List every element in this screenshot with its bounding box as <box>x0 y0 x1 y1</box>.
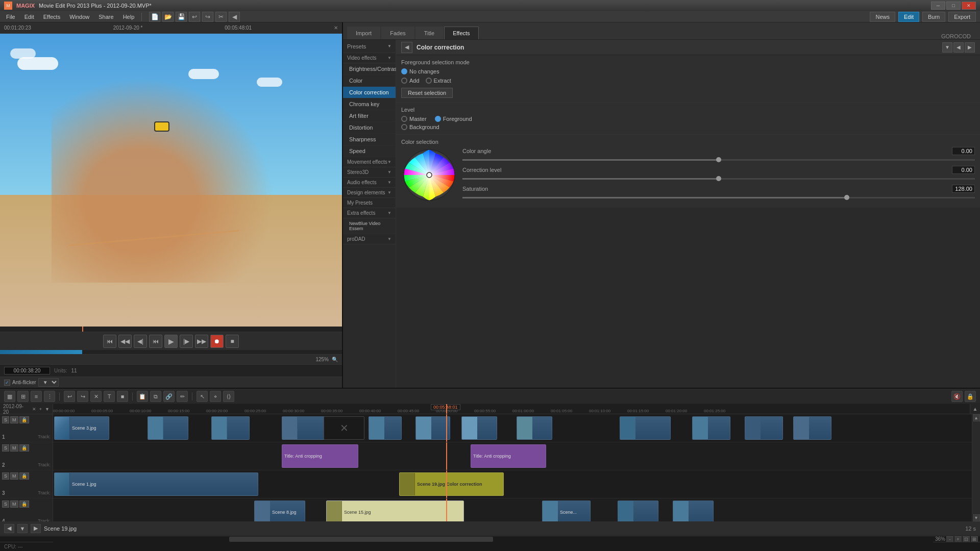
expand-btn[interactable]: ⊞ <box>971 536 978 542</box>
clip-track1-9[interactable] <box>517 416 552 440</box>
correction-level-slider[interactable] <box>462 178 975 180</box>
effect-speed[interactable]: Speed <box>343 145 396 157</box>
track-2-m[interactable]: M <box>10 444 18 452</box>
clip-track4-scene15[interactable]: Scene 15.jpg <box>326 500 464 521</box>
tl-multi-btn[interactable]: ⋮ <box>44 391 55 402</box>
color-wheel-container[interactable] <box>401 147 457 203</box>
radio-background[interactable]: Background <box>401 124 975 130</box>
radio-add[interactable]: Add <box>401 78 420 84</box>
correction-level-thumb[interactable] <box>716 176 721 181</box>
movement-effects-header[interactable]: Movement effects ▼ <box>343 157 396 167</box>
tl-tool1-btn[interactable]: ⌖ <box>210 391 221 402</box>
clip-track1-2[interactable] <box>148 416 188 440</box>
time-input[interactable] <box>4 367 50 374</box>
toolbar-open[interactable]: 📂 <box>162 12 174 22</box>
track-1-lock[interactable]: 🔒 <box>19 416 29 423</box>
stereo3d-header[interactable]: Stereo3D ▼ <box>343 167 396 178</box>
reset-selection-btn[interactable]: Reset selection <box>401 88 453 98</box>
radio-extract[interactable]: Extract <box>426 78 451 84</box>
clip-track4-3[interactable] <box>618 500 658 521</box>
clip-track1-5[interactable]: ✕ <box>324 416 364 440</box>
tl-redo-btn[interactable]: ↪ <box>77 391 88 402</box>
audio-effects-header[interactable]: Audio effects ▼ <box>343 178 396 188</box>
h-scrollbar-thumb[interactable] <box>229 537 493 542</box>
antiflicker-checkbox[interactable]: ✓ Anti-flicker <box>4 380 36 386</box>
track-4-m[interactable]: M <box>10 500 18 508</box>
effect-color[interactable]: Color <box>343 75 396 87</box>
tl-copy-btn[interactable]: 📋 <box>137 391 148 402</box>
clip-track2-2[interactable]: Title: Anti cropping <box>471 444 546 468</box>
clip-track1-7[interactable] <box>415 416 450 440</box>
menu-effects[interactable]: Effects <box>39 11 64 22</box>
tl-mute-btn[interactable]: 🔇 <box>951 391 963 402</box>
fast-forward-btn[interactable]: ▶▶ <box>195 335 208 348</box>
scroll-down-btn[interactable]: ▼ <box>973 514 980 521</box>
effect-color-correction[interactable]: Color correction <box>343 87 396 98</box>
menu-file[interactable]: File <box>2 11 19 22</box>
my-presets-header[interactable]: My Presets <box>343 198 396 208</box>
menu-share[interactable]: Share <box>94 11 117 22</box>
saturation-thumb[interactable] <box>844 195 849 200</box>
scene-nav-down[interactable]: ▼ <box>17 524 28 533</box>
timeline-scroll-btn[interactable]: ▲ <box>970 404 980 414</box>
tl-tool2-btn[interactable]: ⟨⟩ <box>223 391 234 402</box>
track-1-m[interactable]: M <box>10 416 18 423</box>
play-btn[interactable]: ▶ <box>164 335 178 348</box>
extra-effects-header[interactable]: Extra effects ▼ <box>343 208 396 218</box>
fit-btn[interactable]: ⊡ <box>963 536 970 542</box>
step-back-btn[interactable]: ◀◀ <box>118 335 132 348</box>
design-elements-header[interactable]: Design elements ▼ <box>343 188 396 198</box>
clip-track3-1[interactable]: Scene 1.jpg <box>54 472 258 496</box>
clip-track4-1[interactable]: Scene 8.jpg <box>254 500 305 521</box>
tab-fades[interactable]: Fades <box>381 27 414 39</box>
scene-nav-right[interactable]: ▶ <box>31 524 41 533</box>
tl-lock-btn[interactable]: 🔒 <box>965 391 976 402</box>
edit-btn[interactable]: Edit <box>898 12 919 22</box>
preview-close-btn[interactable]: ✕ <box>334 25 338 31</box>
effect-newblue[interactable]: NewBlue Video Essem <box>343 218 396 234</box>
go-start-btn[interactable]: ⏮ <box>103 335 116 348</box>
effect-art-filter[interactable]: Art filter <box>343 110 396 122</box>
toolbar-save[interactable]: 💾 <box>176 12 187 22</box>
stop-btn[interactable]: ■ <box>226 335 239 348</box>
h-scrollbar-track[interactable] <box>53 536 933 542</box>
checkbox-box[interactable]: ✓ <box>4 380 10 386</box>
timeline-date-down[interactable]: ▼ <box>45 407 50 412</box>
radio-foreground[interactable]: Foreground <box>435 116 472 122</box>
clip-track1-13[interactable] <box>793 416 831 440</box>
track-2-lock[interactable]: 🔒 <box>19 444 29 452</box>
scroll-track[interactable] <box>972 421 980 514</box>
scene-nav-left[interactable]: ◀ <box>4 524 14 533</box>
maximize-btn[interactable]: □ <box>946 2 961 10</box>
timeline-date-close[interactable]: ✕ <box>32 407 36 412</box>
tl-undo-btn[interactable]: ↩ <box>64 391 75 402</box>
effect-sharpness[interactable]: Sharpness <box>343 134 396 145</box>
tl-stop-btn[interactable]: ■ <box>117 391 128 402</box>
tl-draw-btn[interactable]: ✏ <box>177 391 188 402</box>
close-btn[interactable]: ✕ <box>962 2 976 10</box>
effect-distortion[interactable]: Distortion <box>343 122 396 134</box>
color-angle-thumb[interactable] <box>716 157 721 162</box>
antiflicker-dropdown[interactable]: ▼ <box>38 378 59 387</box>
tab-title[interactable]: Title <box>415 27 443 39</box>
scroll-up-btn[interactable]: ▲ <box>973 414 980 421</box>
effect-brightness[interactable]: Brightness/Contrast <box>343 63 396 75</box>
next-frame-btn[interactable]: |▶ <box>180 335 193 348</box>
saturation-value[interactable]: 128.00 <box>952 185 975 193</box>
clip-track1-3[interactable] <box>211 416 250 440</box>
clip-track4-4[interactable] <box>673 500 714 521</box>
tl-pointer-btn[interactable]: ↖ <box>197 391 208 402</box>
tl-storyboard-btn[interactable]: ⊞ <box>17 391 29 402</box>
track-4-s[interactable]: S <box>2 500 9 508</box>
prev-frame-btn[interactable]: ◀| <box>134 335 147 348</box>
preview-scrub-bar[interactable] <box>0 327 342 332</box>
clip-track1-12[interactable] <box>745 416 783 440</box>
effect-chroma[interactable]: Chroma key <box>343 98 396 110</box>
export-btn[interactable]: Export <box>948 12 976 22</box>
toolbar-new[interactable]: 📄 <box>149 12 160 22</box>
tab-import[interactable]: Import <box>347 27 380 39</box>
preview-progress-bar[interactable] <box>0 350 342 354</box>
clip-track1-11[interactable] <box>692 416 730 440</box>
clip-track1-10[interactable] <box>620 416 671 440</box>
toolbar-tool1[interactable]: ✂ <box>215 12 227 22</box>
